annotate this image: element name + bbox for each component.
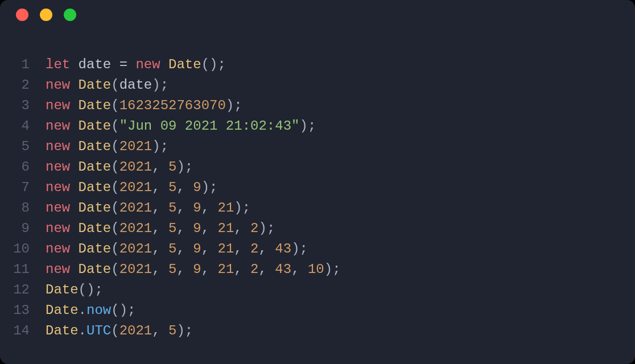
token-punc: , (176, 180, 193, 195)
token-punc: , (176, 241, 193, 257)
token-punc: . (79, 303, 86, 318)
code-line[interactable]: 1let date = new Date(); (0, 55, 635, 75)
token-cls: Date (79, 159, 112, 175)
token-num: 2021 (119, 139, 152, 154)
token-num: 2021 (119, 159, 152, 175)
editor-window: 1let date = new Date();2new Date(date);3… (0, 0, 635, 364)
token-punc: ); (152, 139, 168, 154)
token-cls: Date (79, 118, 112, 134)
token-punc: (); (79, 282, 103, 297)
line-number: 2 (0, 75, 46, 96)
code-line[interactable]: 9new Date(2021, 5, 9, 21, 2); (0, 218, 635, 239)
token-cls: Date (46, 323, 79, 338)
close-icon[interactable] (16, 9, 28, 21)
token-num: 5 (168, 323, 176, 338)
line-number: 11 (0, 259, 46, 280)
code-line[interactable]: 5new Date(2021); (0, 136, 635, 157)
code-editor[interactable]: 1let date = new Date();2new Date(date);3… (0, 20, 635, 353)
token-punc: . (79, 323, 86, 338)
token-punc: , (152, 159, 168, 175)
token-punc: ( (111, 180, 119, 195)
line-number: 12 (0, 280, 46, 300)
line-number: 7 (0, 177, 46, 198)
titlebar (0, 0, 635, 30)
token-num: 2 (250, 241, 258, 257)
code-line[interactable]: 7new Date(2021, 5, 9); (0, 177, 635, 198)
token-punc: , (152, 262, 168, 277)
token-ident: date (119, 77, 152, 93)
code-line[interactable]: 10new Date(2021, 5, 9, 21, 2, 43); (0, 239, 635, 259)
line-number: 6 (0, 157, 46, 177)
code-line[interactable]: 8new Date(2021, 5, 9, 21); (0, 198, 635, 218)
minimize-icon[interactable] (40, 9, 52, 21)
line-number: 3 (0, 96, 46, 116)
token-kw: new (46, 98, 79, 113)
token-punc: , (176, 200, 193, 216)
token-punc: , (259, 262, 275, 277)
token-num: 2021 (119, 323, 152, 338)
token-punc: , (234, 221, 250, 236)
line-number: 4 (0, 116, 46, 136)
zoom-icon[interactable] (64, 9, 76, 21)
token-kw: new (46, 200, 79, 216)
line-number: 10 (0, 239, 46, 259)
code-line[interactable]: 3new Date(1623252763070); (0, 96, 635, 116)
token-punc: , (152, 323, 168, 338)
token-num: 9 (193, 200, 201, 216)
token-cls: Date (79, 262, 112, 277)
code-content: new Date(date); (46, 75, 168, 96)
token-cls: Date (79, 139, 112, 154)
token-punc: ( (111, 118, 119, 134)
token-kw: new (46, 180, 79, 195)
line-number: 8 (0, 198, 46, 218)
token-punc: ( (111, 200, 119, 216)
token-punc: ); (176, 159, 193, 175)
code-content: new Date(2021, 5, 9, 21); (46, 198, 250, 218)
token-num: 2021 (119, 262, 152, 277)
line-number: 1 (0, 55, 46, 75)
token-cls: Date (79, 241, 112, 257)
token-num: 5 (168, 241, 176, 257)
token-num: 9 (193, 241, 201, 257)
token-punc: , (176, 262, 193, 277)
token-cls: Date (79, 200, 112, 216)
token-punc: ); (176, 323, 193, 338)
code-content: new Date("Jun 09 2021 21:02:43"); (46, 116, 316, 136)
token-num: 5 (168, 159, 176, 175)
line-number: 13 (0, 300, 46, 321)
token-kw: let (46, 57, 79, 72)
token-punc: , (152, 180, 168, 195)
token-punc: ( (111, 139, 119, 154)
code-line[interactable]: 12Date(); (0, 280, 635, 300)
token-punc: ( (111, 221, 119, 236)
code-content: new Date(1623252763070); (46, 96, 242, 116)
token-punc: , (201, 241, 218, 257)
token-punc: ( (111, 241, 119, 257)
token-punc: , (201, 262, 218, 277)
token-kw: new (46, 139, 79, 154)
code-line[interactable]: 13Date.now(); (0, 300, 635, 321)
line-number: 5 (0, 136, 46, 157)
token-num: 21 (217, 200, 234, 216)
code-line[interactable]: 11new Date(2021, 5, 9, 21, 2, 43, 10); (0, 259, 635, 280)
token-num: 1623252763070 (119, 98, 226, 113)
token-punc: , (152, 241, 168, 257)
token-cls: Date (168, 57, 201, 72)
token-op: = (119, 57, 136, 72)
token-punc: , (259, 241, 275, 257)
code-line[interactable]: 6new Date(2021, 5); (0, 157, 635, 177)
token-punc: (); (111, 303, 135, 318)
token-punc: , (152, 221, 168, 236)
code-line[interactable]: 14Date.UTC(2021, 5); (0, 321, 635, 341)
code-line[interactable]: 4new Date("Jun 09 2021 21:02:43"); (0, 116, 635, 136)
token-punc: , (152, 200, 168, 216)
token-num: 21 (217, 221, 234, 236)
token-num: 43 (275, 241, 291, 257)
line-number: 9 (0, 218, 46, 239)
code-line[interactable]: 2new Date(date); (0, 75, 635, 96)
token-kw: new (46, 221, 79, 236)
code-content: new Date(2021, 5); (46, 157, 193, 177)
code-content: Date.now(); (46, 300, 135, 321)
line-number: 14 (0, 321, 46, 341)
token-punc: ); (324, 262, 341, 277)
